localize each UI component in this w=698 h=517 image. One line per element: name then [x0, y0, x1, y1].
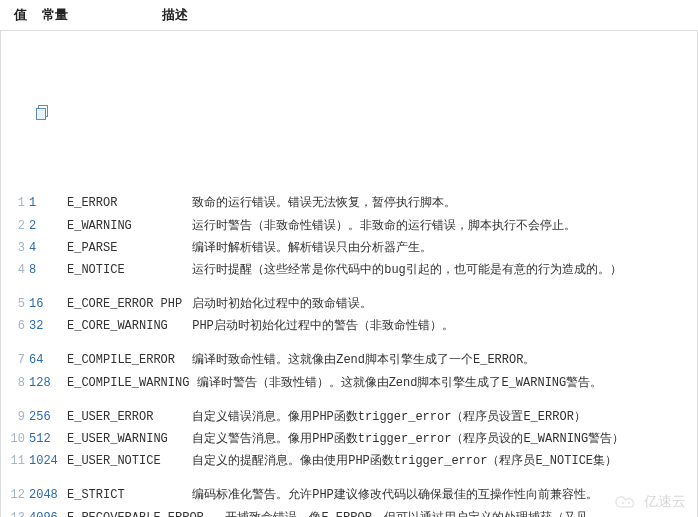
code-toolbar [7, 79, 691, 146]
error-description: 编译时警告（非致性错）。这就像由Zend脚本引擎生成了E_WARNING警告。 [197, 376, 603, 390]
error-value: 128 [29, 372, 67, 394]
error-constant: E_COMPILE_WARNING [67, 372, 189, 394]
error-value: 1 [29, 192, 67, 214]
error-value: 256 [29, 406, 67, 428]
line-number: 10 [7, 428, 25, 450]
error-description: 运行时警告（非致命性错误）。非致命的运行错误，脚本执行不会停止。 [192, 219, 576, 233]
table-row: 122048E_STRICT 编码标准化警告。允许PHP建议修改代码以确保最佳的… [7, 484, 691, 506]
line-number: 2 [7, 215, 25, 237]
table-row: 764E_COMPILE_ERROR 编译时致命性错。这就像由Zend脚本引擎生… [7, 349, 691, 371]
error-value: 32 [29, 315, 67, 337]
table-row: 9256E_USER_ERROR 自定义错误消息。像用PHP函数trigger_… [7, 406, 691, 428]
error-constant: E_NOTICE [67, 259, 185, 281]
error-value: 2 [29, 215, 67, 237]
error-constant: E_CORE_ERROR PHP [67, 293, 185, 315]
table-row: 11E_ERROR 致命的运行错误。错误无法恢复，暂停执行脚本。 [7, 192, 691, 214]
line-number: 8 [7, 372, 25, 394]
table-row: 48E_NOTICE 运行时提醒（这些经常是你代码中的bug引起的，也可能是有意… [7, 259, 691, 281]
line-number: 3 [7, 237, 25, 259]
error-description: 编译时致命性错。这就像由Zend脚本引擎生成了一个E_ERROR。 [192, 353, 535, 367]
error-value: 16 [29, 293, 67, 315]
line-number: 9 [7, 406, 25, 428]
error-constant: E_STRICT [67, 484, 185, 506]
error-value: 8 [29, 259, 67, 281]
table-row: 111024E_USER_NOTICE 自定义的提醒消息。像由使用PHP函数tr… [7, 450, 691, 472]
error-description: 启动时初始化过程中的致命错误。 [192, 297, 372, 311]
error-value: 1024 [29, 450, 67, 472]
error-value: 2048 [29, 484, 67, 506]
error-constant: E_RECOVERABLE_ERROR [67, 507, 204, 517]
error-value: 4096 [29, 507, 67, 517]
error-description: 运行时提醒（这些经常是你代码中的bug引起的，也可能是有意的行为造成的。） [192, 263, 622, 277]
table-row: 22E_WARNING 运行时警告（非致命性错误）。非致命的运行错误，脚本执行不… [7, 215, 691, 237]
error-description: 编码标准化警告。允许PHP建议修改代码以确保最佳的互操作性向前兼容性。 [192, 488, 598, 502]
error-constant: E_PARSE [67, 237, 185, 259]
line-number: 11 [7, 450, 25, 472]
col-value: 值 [14, 6, 42, 24]
table-row: 34E_PARSE 编译时解析错误。解析错误只由分析器产生。 [7, 237, 691, 259]
line-number: 5 [7, 293, 25, 315]
line-number: 13 [7, 507, 25, 517]
table-header: 值 常量 描述 [0, 0, 698, 30]
error-description: 开捕致命错误。像E_ERROR，但可以通过用户定义的处理捕获（又见 [225, 511, 587, 517]
error-constant: E_WARNING [67, 215, 185, 237]
error-value: 64 [29, 349, 67, 371]
copy-icon[interactable] [36, 105, 50, 119]
error-description: 编译时解析错误。解析错误只由分析器产生。 [192, 241, 432, 255]
error-constant: E_CORE_WARNING [67, 315, 185, 337]
table-row: 632E_CORE_WARNING PHP启动时初始化过程中的警告（非致命性错）… [7, 315, 691, 337]
error-constant: E_USER_WARNING [67, 428, 185, 450]
line-number: 12 [7, 484, 25, 506]
error-constant: E_COMPILE_ERROR [67, 349, 185, 371]
table-row: 8128E_COMPILE_WARNING 编译时警告（非致性错）。这就像由Ze… [7, 372, 691, 394]
code-block: 11E_ERROR 致命的运行错误。错误无法恢复，暂停执行脚本。22E_WARN… [0, 30, 698, 517]
error-description: 致命的运行错误。错误无法恢复，暂停执行脚本。 [192, 196, 456, 210]
line-number: 1 [7, 192, 25, 214]
error-description: 自定义的提醒消息。像由使用PHP函数trigger_error（程序员E_NOT… [192, 454, 617, 468]
line-number: 6 [7, 315, 25, 337]
error-description: 自定义错误消息。像用PHP函数trigger_error（程序员设置E_ERRO… [192, 410, 586, 424]
error-description: 自定义警告消息。像用PHP函数trigger_error（程序员设的E_WARN… [192, 432, 624, 446]
col-constant: 常量 [42, 6, 162, 24]
line-number: 7 [7, 349, 25, 371]
error-constant: E_USER_NOTICE [67, 450, 185, 472]
table-row: 10512E_USER_WARNING 自定义警告消息。像用PHP函数trigg… [7, 428, 691, 450]
col-description: 描述 [162, 6, 188, 24]
error-constant: E_ERROR [67, 192, 185, 214]
error-constant: E_USER_ERROR [67, 406, 185, 428]
error-description: PHP启动时初始化过程中的警告（非致命性错）。 [192, 319, 454, 333]
table-row: 516E_CORE_ERROR PHP 启动时初始化过程中的致命错误。 [7, 293, 691, 315]
line-number: 4 [7, 259, 25, 281]
error-value: 512 [29, 428, 67, 450]
error-value: 4 [29, 237, 67, 259]
